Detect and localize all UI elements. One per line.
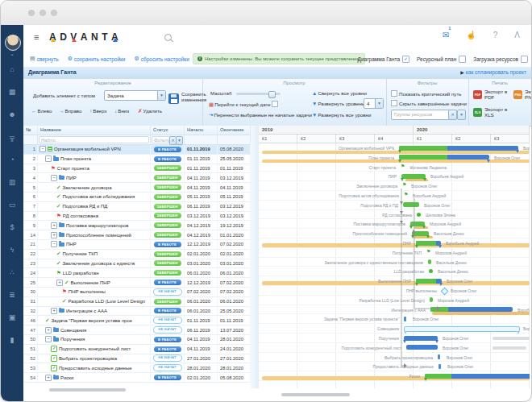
export-xls-button[interactable]: Экспорт в XLS bbox=[484, 107, 509, 118]
calendar-icon[interactable]: ▦ bbox=[9, 86, 16, 98]
col-end[interactable]: Окончание bbox=[218, 126, 251, 135]
milestone-diamond[interactable] bbox=[441, 288, 449, 296]
expand-level-button[interactable]: ▼Развернуть уровень bbox=[312, 101, 364, 106]
checkbox-icon[interactable]: ✓ bbox=[402, 56, 409, 63]
table-row[interactable]: 24⚑LLD разработанЗАВЕРШЁН06.01.202006.01… bbox=[23, 268, 251, 278]
gantt-bar[interactable] bbox=[416, 241, 441, 246]
table-row[interactable]: 2−План проектаВ РАБОТЕ01.11.201925.05.20… bbox=[23, 155, 251, 164]
gantt-bar[interactable] bbox=[430, 297, 433, 302]
move-down-button[interactable]: ↓Вниз bbox=[114, 108, 129, 114]
gantt-bar[interactable] bbox=[438, 364, 441, 369]
expand-toggle-icon[interactable]: + bbox=[51, 308, 57, 314]
view-toggle[interactable]: Ресурсный план bbox=[417, 56, 466, 63]
goto-today-toggle[interactable]: ▦Перейти к текущей дате bbox=[209, 101, 280, 108]
move-left-button[interactable]: ←Влево bbox=[31, 108, 52, 114]
table-row[interactable]: 21−ПНРВ РАБОТЕ12.12.201907.02.2020 bbox=[23, 240, 251, 250]
gantt-bar[interactable] bbox=[399, 146, 518, 151]
gantt-bar[interactable] bbox=[404, 326, 520, 332]
help-icon[interactable]: ? bbox=[493, 31, 498, 39]
milestone-flag-icon[interactable]: ⚑ bbox=[404, 191, 408, 197]
search-icon[interactable] bbox=[164, 34, 172, 41]
milestone-circle[interactable] bbox=[429, 269, 433, 273]
table-row[interactable]: 5✓Заключение договораЗАВЕРШЁН04.11.20190… bbox=[23, 183, 251, 193]
col-num[interactable]: № bbox=[23, 126, 38, 135]
window-minimize-button[interactable] bbox=[39, 10, 46, 16]
table-row[interactable]: 53✓Предоставить исходные данныеНЕ НАЧАТ2… bbox=[23, 363, 251, 373]
milestone-flag-icon[interactable]: ⚑ bbox=[401, 163, 405, 168]
gantt-row[interactable]: ПНР выполненыВоронов Олег bbox=[259, 286, 530, 296]
checklist-icon[interactable]: ≣ bbox=[9, 289, 15, 301]
table-row[interactable]: 3⚑Старт проектаЗАВЕРШЁН01.11.201901.11.2… bbox=[23, 164, 251, 174]
table-row[interactable]: 6✓Подготовка актов обследованияЗАВЕРШЁН0… bbox=[23, 193, 251, 202]
home-icon[interactable]: ⌂ bbox=[10, 64, 14, 76]
gantt-row[interactable]: РискиВоронов Олег bbox=[259, 371, 530, 381]
gantt-row[interactable]: РД согласованаШилкова Элина bbox=[259, 210, 530, 220]
collapse-all-button[interactable]: ▲Свернуть все уровни bbox=[312, 90, 367, 96]
table-row[interactable]: 4−ПИРЗАВЕРШЁН04.11.201903.12.2019 bbox=[23, 173, 251, 183]
time-icon[interactable]: ◔ bbox=[10, 154, 14, 166]
zoom-slider[interactable] bbox=[236, 93, 281, 95]
gantt-bar[interactable] bbox=[404, 336, 438, 341]
table-row[interactable]: 54+РискиВ РАБОТЕ02.01.202005.08.2020 bbox=[23, 373, 251, 383]
zoom-slider-handle[interactable] bbox=[268, 91, 276, 98]
table-row[interactable]: 14+Приспособление помещенийЗАВЕРШЁН04.12… bbox=[23, 230, 251, 240]
gantt-bar[interactable] bbox=[412, 231, 429, 236]
milestone-flag-icon[interactable]: ⚑ bbox=[426, 248, 430, 254]
activity-icon[interactable]: ϟ bbox=[10, 244, 15, 256]
expand-toggle-icon[interactable]: − bbox=[45, 336, 52, 342]
table-row[interactable]: 9+Поставка маршрутизаторовЗАВЕРШЁН04.12.… bbox=[23, 221, 251, 230]
expand-all-button[interactable]: ▼Развернуть все уровни bbox=[312, 112, 372, 118]
expand-toggle-icon[interactable]: + bbox=[45, 327, 52, 334]
gantt-bar[interactable] bbox=[406, 345, 438, 350]
milestone-circle[interactable] bbox=[417, 213, 421, 217]
gantt-hscrollbar[interactable] bbox=[281, 393, 350, 396]
gantt-row[interactable]: Интеграция с AAAВоробьев Андрей bbox=[259, 305, 530, 315]
col-status[interactable]: Статус bbox=[151, 126, 185, 135]
collapse-link[interactable]: ▤свернуть bbox=[30, 56, 59, 62]
org-structure-icon[interactable]: ╦ bbox=[10, 131, 15, 143]
projects-icon[interactable]: ▭ bbox=[9, 199, 16, 211]
table-row[interactable]: 47+СовещанияНЕ НАЧАТ06.11.201913.07.2020 bbox=[23, 325, 251, 335]
menu-icon[interactable]: ≡ bbox=[34, 32, 39, 42]
table-row[interactable]: 46✓Задача "Первая версия устава проеНЕ Н… bbox=[23, 316, 251, 325]
table-row[interactable]: 8⚑РД согласованаЗАВЕРШЁН03.12.201903.12.… bbox=[23, 212, 251, 222]
planner-icon[interactable]: ▣ bbox=[9, 312, 16, 324]
gantt-row[interactable]: ПНРВоробьев Андрей bbox=[259, 238, 530, 248]
finance-icon[interactable]: $ bbox=[10, 222, 14, 234]
view-toggle[interactable]: Загрузка ресурсов bbox=[473, 56, 528, 63]
element-type-select[interactable]: Задача▼ bbox=[104, 90, 166, 101]
expand-toggle-icon[interactable]: − bbox=[51, 241, 57, 247]
critical-path-toggle[interactable]: Показать критический путь bbox=[391, 90, 462, 97]
thumbs-up-icon[interactable]: ☝ bbox=[466, 31, 476, 39]
save-settings-link[interactable]: ⚙сохранить настройки bbox=[68, 56, 126, 62]
gantt-row[interactable]: ⚑Заключение договораВоронов Олег bbox=[259, 181, 530, 191]
resource-groups-input[interactable]: Группы ресурсов bbox=[391, 110, 450, 120]
table-row[interactable]: 23✓Заключение договора с единствЗАВЕРШЁН… bbox=[23, 259, 251, 269]
gantt-row[interactable]: Разработка LLD (Low Level Design)Морозов… bbox=[259, 296, 530, 305]
gantt-bar[interactable] bbox=[410, 222, 425, 226]
name-filter-input[interactable]: Найти... bbox=[39, 136, 149, 143]
gantt-row[interactable]: Выбрать проектировщикаВоронов Олег bbox=[259, 353, 530, 363]
col-start[interactable]: Начало bbox=[185, 126, 218, 135]
gantt-row[interactable]: ПИРВоробьев Андрей bbox=[259, 172, 530, 181]
gantt-row[interactable]: ⚑Подготовка актов обследованияВоробьев А… bbox=[259, 191, 530, 201]
checkbox-icon[interactable] bbox=[459, 56, 466, 63]
table-row[interactable]: 7✓Подготовка РД и ПДЗАВЕРШЁН06.11.201903… bbox=[23, 202, 251, 212]
table-row[interactable]: 50−ПорученияВ РАБОТЕ04.11.201928.01.2020 bbox=[23, 335, 251, 345]
expand-level-select[interactable]: 4▼ bbox=[364, 98, 384, 109]
gantt-row[interactable]: Приспособление помещенийВасильев Денис bbox=[259, 229, 530, 238]
advanta-mark-icon[interactable]: Λ bbox=[514, 31, 520, 39]
bookmark-icon[interactable]: ▮ bbox=[10, 334, 15, 346]
status-filter-input[interactable]: Фильтр bbox=[152, 136, 170, 143]
team-icon[interactable]: ☻ bbox=[8, 109, 15, 121]
advanta-logo[interactable]: ADVANTA bbox=[49, 31, 122, 43]
chevron-down-icon[interactable]: ⌄ bbox=[1, 51, 23, 57]
delete-button[interactable]: ✗Удалить bbox=[138, 108, 162, 114]
gantt-bar[interactable] bbox=[401, 174, 426, 179]
gantt-bar[interactable] bbox=[416, 279, 442, 284]
gantt-row[interactable]: Организация мобильной VPNВоронов Олег bbox=[259, 143, 530, 153]
checkbox-icon[interactable] bbox=[521, 56, 528, 63]
move-up-button[interactable]: ↑Вверх bbox=[89, 108, 107, 114]
ideas-icon[interactable]: ∴ bbox=[10, 267, 15, 279]
view-toggle[interactable]: Диаграмма Ганта✓ bbox=[358, 56, 410, 63]
